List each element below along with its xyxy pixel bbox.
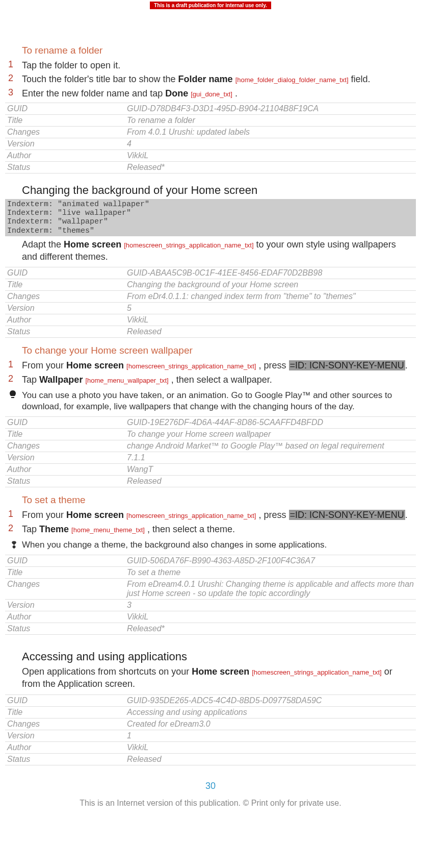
meta-val: VikkiL — [125, 314, 416, 326]
step-text: Enter the new folder name and tap Done [… — [22, 87, 416, 100]
heading-change-wallpaper: To change your Home screen wallpaper — [22, 345, 416, 356]
indexterm-block: Indexterm: "animated wallpaper" Indexter… — [5, 199, 416, 236]
ui-label: Folder name — [178, 74, 233, 84]
meta-key: Title — [5, 706, 125, 718]
step-row: 3 Enter the new folder name and tap Done… — [5, 87, 416, 100]
meta-val: Released* — [125, 161, 416, 173]
step-number: 2 — [5, 374, 22, 386]
meta-key: Status — [5, 753, 125, 765]
heading-accessing-applications: Accessing and using applications — [22, 650, 416, 663]
meta-val: WangT — [125, 464, 416, 476]
step-text: Tap the folder to open it. — [22, 59, 416, 71]
meta-key: Author — [5, 314, 125, 326]
meta-key: GUID — [5, 555, 125, 566]
ui-label: Home screen — [66, 360, 124, 370]
meta-val: Changing the background of your Home scr… — [125, 279, 416, 291]
step-number: 2 — [5, 73, 22, 85]
body-paragraph: Open applications from shortcuts on your… — [22, 665, 399, 690]
meta-key: Status — [5, 326, 125, 338]
meta-key: Changes — [5, 440, 125, 452]
meta-val: 5 — [125, 303, 416, 314]
meta-val: To change your Home screen wallpaper — [125, 429, 416, 440]
metadata-table: GUIDGUID-ABAA5C9B-0C1F-41EE-8456-EDAF70D… — [5, 267, 416, 338]
note-icon: ❢ — [5, 539, 22, 551]
tip-row: You can use a photo you have taken, or a… — [5, 390, 416, 412]
meta-key: Title — [5, 279, 125, 291]
text-fragment: From your — [22, 360, 66, 370]
meta-val: 4 — [125, 138, 416, 150]
step-text: Touch the folder's title bar to show the… — [22, 73, 416, 85]
meta-key: GUID — [5, 103, 125, 114]
meta-val: change Android Market™ to Google Play™ b… — [125, 440, 416, 452]
step-text: From your Home screen [homescreen_string… — [22, 359, 416, 371]
meta-val: From eDream4.0.1 Urushi: Changing theme … — [125, 578, 416, 599]
meta-key: Author — [5, 464, 125, 476]
meta-val: GUID-ABAA5C9B-0C1F-41EE-8456-EDAF70D2BB9… — [125, 267, 416, 279]
meta-key: GUID — [5, 695, 125, 706]
text-fragment: , then select a wallpaper. — [169, 375, 272, 385]
string-ref: [homescreen_strings_application_name_txt… — [252, 668, 381, 676]
meta-key: Status — [5, 161, 125, 173]
meta-key: Version — [5, 730, 125, 741]
meta-key: Author — [5, 611, 125, 623]
step-row: 1 From your Home screen [homescreen_stri… — [5, 509, 416, 521]
string-ref: [gui_done_txt] — [191, 90, 232, 98]
note-row: ❢ When you change a theme, the backgroun… — [5, 539, 416, 551]
text-fragment: . — [232, 88, 238, 98]
meta-key: Status — [5, 623, 125, 634]
text-fragment: . — [405, 360, 408, 370]
meta-val: 3 — [125, 599, 416, 611]
meta-key: Author — [5, 741, 125, 753]
text-fragment: . — [405, 510, 408, 520]
meta-key: GUID — [5, 417, 125, 429]
page-content: To rename a folder 1 Tap the folder to o… — [0, 9, 421, 818]
text-fragment: Touch the folder's title bar to show the — [22, 74, 178, 84]
metadata-table: GUIDGUID-D78DB4F3-D3D1-495D-B904-21104B8… — [5, 103, 416, 173]
string-ref: [home_menu_wallpaper_txt] — [85, 377, 168, 384]
meta-val: Released — [125, 753, 416, 765]
ui-label: Home screen — [64, 239, 121, 250]
step-number: 1 — [5, 509, 22, 521]
metadata-table: GUIDGUID-506DA76F-B990-4363-A85D-2F100F4… — [5, 555, 416, 635]
meta-val: Released* — [125, 623, 416, 634]
tip-text: You can use a photo you have taken, or a… — [22, 390, 416, 412]
icon-ref-menu-key: =ID: ICN-SONY-KEY-MENU — [289, 510, 405, 520]
meta-val: Released — [125, 326, 416, 338]
step-text: Tap Theme [home_menu_theme_txt] , then s… — [22, 523, 416, 535]
meta-val: GUID-D78DB4F3-D3D1-495D-B904-21104B8F19C… — [125, 103, 416, 114]
draft-banner: This is a draft publication for internal… — [150, 2, 271, 9]
footer-text: This is an Internet version of this publ… — [5, 799, 416, 808]
meta-key: Title — [5, 114, 125, 126]
meta-key: Author — [5, 150, 125, 161]
text-fragment: Enter the new folder name and tap — [22, 88, 165, 98]
step-number: 1 — [5, 359, 22, 371]
meta-val: VikkiL — [125, 150, 416, 161]
tip-icon — [5, 390, 22, 412]
text-fragment: Open applications from shortcuts on your — [22, 666, 192, 677]
text-fragment: Tap — [22, 524, 39, 534]
note-text: When you change a theme, the background … — [22, 539, 416, 551]
meta-key: Status — [5, 476, 125, 487]
text-fragment: , then select a theme. — [145, 524, 235, 534]
ui-label: Theme — [39, 524, 69, 534]
string-ref: [homescreen_strings_application_name_txt… — [124, 241, 253, 249]
icon-ref-menu-key: =ID: ICN-SONY-KEY-MENU — [289, 360, 405, 370]
step-number: 3 — [5, 87, 22, 100]
step-row: 1 From your Home screen [homescreen_stri… — [5, 359, 416, 371]
text-fragment: , press — [256, 360, 288, 370]
string-ref: [homescreen_strings_application_name_txt… — [126, 512, 256, 519]
ui-label: Done — [165, 88, 188, 98]
meta-val: From 4.0.1 Urushi: updated labels — [125, 126, 416, 138]
step-row: 2 Touch the folder's title bar to show t… — [5, 73, 416, 85]
heading-changing-background: Changing the background of your Home scr… — [22, 184, 416, 197]
meta-key: Version — [5, 303, 125, 314]
page-number: 30 — [5, 781, 416, 791]
meta-val: GUID-19E276DF-4D6A-44AF-8D86-5CAAFFD4BFD… — [125, 417, 416, 429]
draft-banner-wrap: This is a draft publication for internal… — [0, 0, 421, 9]
metadata-table: GUIDGUID-19E276DF-4D6A-44AF-8D86-5CAAFFD… — [5, 416, 416, 487]
step-text: From your Home screen [homescreen_string… — [22, 509, 416, 521]
meta-val: Released — [125, 476, 416, 487]
heading-rename-folder: To rename a folder — [22, 45, 416, 56]
meta-key: Changes — [5, 578, 125, 599]
meta-val: Accessing and using applications — [125, 706, 416, 718]
